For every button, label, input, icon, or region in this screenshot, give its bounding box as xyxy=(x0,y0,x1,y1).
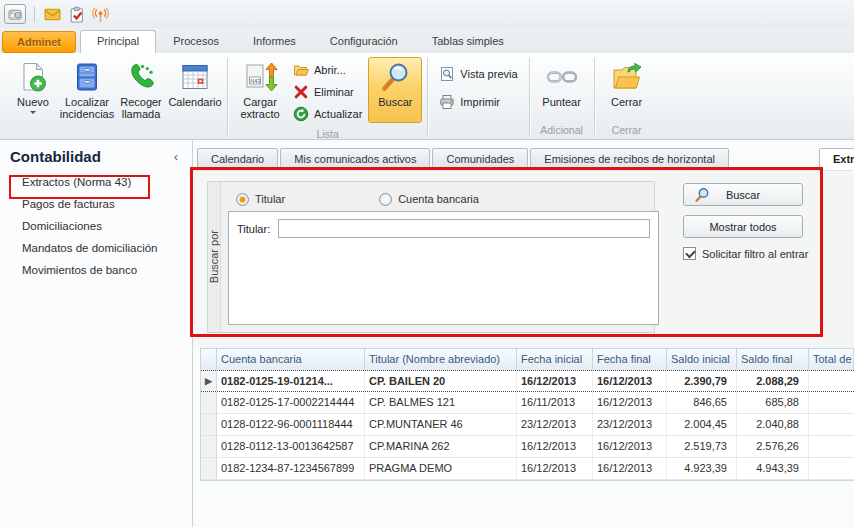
puntear-label: Puntear xyxy=(542,96,581,108)
table-row[interactable]: 0182-0125-17-0002214444 CP. BALMES 121 1… xyxy=(201,392,854,414)
calendario-button[interactable]: Calendario xyxy=(168,57,222,123)
n43-extract-icon: N43 xyxy=(244,61,276,93)
imprimir-label: Imprimir xyxy=(460,96,500,108)
ribbon-tab-principal[interactable]: Principal xyxy=(80,30,156,53)
open-folder-icon xyxy=(293,62,309,78)
cell-fecha-final: 16/12/2013 xyxy=(593,392,667,413)
doc-tab-calendario[interactable]: Calendario xyxy=(197,148,278,170)
cell-cuenta: 0128-0122-96-0001118444 xyxy=(217,414,365,435)
cell-saldo-inicial: 2.519,73 xyxy=(667,436,737,457)
ribbon-tab-tablas-simples[interactable]: Tablas simples xyxy=(415,30,521,53)
col-fecha-inicial[interactable]: Fecha inicial xyxy=(517,349,593,370)
col-total-movimientos[interactable]: Total de mov xyxy=(809,349,854,370)
cell-saldo-final: 2.040,88 xyxy=(737,414,809,435)
search-icon xyxy=(379,61,411,93)
cell-cuenta: 0182-1234-87-1234567899 xyxy=(217,458,365,479)
chain-link-icon xyxy=(546,61,578,93)
solicitar-filtro-label: Solicitar filtro al entrar xyxy=(702,248,808,260)
ribbon-tab-configuracion[interactable]: Configuración xyxy=(313,30,415,53)
cerrar-label: Cerrar xyxy=(611,96,642,108)
cell-total xyxy=(809,371,854,391)
sidebar-item-mandatos[interactable]: Mandatos de domiciliación xyxy=(0,237,192,259)
imprimir-button[interactable]: Imprimir xyxy=(435,93,521,111)
localizar-incidencias-button[interactable]: Localizar incidencias xyxy=(60,57,114,123)
toolbar-separator xyxy=(34,6,35,22)
filter-panel: Buscar por Titular Cuenta bancaria Titul… xyxy=(193,170,854,348)
actualizar-button[interactable]: Actualizar xyxy=(289,105,366,123)
ribbon-tab-informes[interactable]: Informes xyxy=(236,30,313,53)
eliminar-button[interactable]: Eliminar xyxy=(289,83,366,101)
doc-tab-emisiones[interactable]: Emisiones de recibos de horizontal xyxy=(530,148,729,170)
cell-titular: CP.MARINA 262 xyxy=(365,436,517,457)
radio-titular-label: Titular xyxy=(255,193,285,205)
cell-titular: CP. BAILEN 20 xyxy=(365,371,517,391)
group-label-cerrar: Cerrar xyxy=(596,124,658,139)
localizar-label: Localizar incidencias xyxy=(60,96,114,120)
table-row[interactable]: 0128-0112-13-0013642587 CP.MARINA 262 16… xyxy=(201,436,854,458)
abrir-button[interactable]: Abrir... xyxy=(289,61,366,79)
document-tabstrip: Calendario Mis comunicados activos Comun… xyxy=(193,148,854,170)
phone-icon xyxy=(125,61,157,93)
sidebar-collapse-icon[interactable]: ‹ xyxy=(174,149,184,164)
col-cuenta-bancaria[interactable]: Cuenta bancaria xyxy=(217,349,365,370)
doc-tab-comunicados[interactable]: Mis comunicados activos xyxy=(280,148,430,170)
col-fecha-final[interactable]: Fecha final xyxy=(593,349,667,370)
ribbon-group-print: Vista previa Imprimir xyxy=(429,56,527,139)
ribbon-tab-procesos[interactable]: Procesos xyxy=(156,30,236,53)
cell-saldo-inicial: 2.390,79 xyxy=(667,371,737,391)
cerrar-button[interactable]: Cerrar xyxy=(600,57,654,123)
table-header-row: Cuenta bancaria Titular (Nombre abreviad… xyxy=(201,349,854,370)
buscar-button[interactable]: Buscar xyxy=(683,183,803,206)
radio-cuenta-bancaria[interactable] xyxy=(379,193,392,206)
nuevo-button[interactable]: Nuevo xyxy=(6,57,60,123)
solicitar-filtro-checkbox[interactable] xyxy=(683,247,696,260)
col-titular[interactable]: Titular (Nombre abreviado) xyxy=(365,349,517,370)
cell-saldo-final: 2.576,26 xyxy=(737,436,809,457)
recoger-llamada-button[interactable]: Recoger llamada xyxy=(114,57,168,123)
table-row[interactable]: 0182-1234-87-1234567899 PRAGMA DEMO 16/1… xyxy=(201,458,854,480)
puntear-button[interactable]: Puntear xyxy=(535,57,589,123)
col-saldo-inicial[interactable]: Saldo inicial xyxy=(667,349,737,370)
sidebar-title: Contabilidad xyxy=(10,148,174,165)
sidebar-item-pagos[interactable]: Pagos de facturas xyxy=(0,193,192,215)
broadcast-icon[interactable] xyxy=(91,5,109,23)
abrir-label: Abrir... xyxy=(314,64,346,76)
vista-previa-button[interactable]: Vista previa xyxy=(435,65,521,83)
ribbon-group-adicional: Puntear Adicional xyxy=(531,56,593,139)
extractos-table: Cuenta bancaria Titular (Nombre abreviad… xyxy=(200,348,854,481)
sidebar-item-domiciliaciones[interactable]: Domiciliaciones xyxy=(0,215,192,237)
ribbon-separator xyxy=(529,58,530,137)
cell-total xyxy=(809,414,854,435)
cell-fecha-inicial: 16/12/2013 xyxy=(517,436,593,457)
col-saldo-final[interactable]: Saldo final xyxy=(737,349,809,370)
ribbon-group-lista: N43 Cargar extracto Abrir... Eliminar xyxy=(229,56,426,139)
filter-actions: Buscar Mostrar todos Solicitar filtro al… xyxy=(683,181,808,348)
table-row[interactable]: ▶ 0182-0125-19-01214... CP. BAILEN 20 16… xyxy=(201,370,854,392)
cell-fecha-final: 16/12/2013 xyxy=(593,436,667,457)
sidebar: Contabilidad ‹ Extractos (Norma 43) Pago… xyxy=(0,140,193,527)
table-row[interactable]: 0128-0122-96-0001118444 CP.MUNTANER 46 2… xyxy=(201,414,854,436)
mostrar-todos-button[interactable]: Mostrar todos xyxy=(683,215,803,238)
tasks-icon[interactable] xyxy=(67,5,85,23)
cell-saldo-inicial: 4.923,39 xyxy=(667,458,737,479)
buscar-label: Buscar xyxy=(378,96,412,108)
sidebar-item-extractos[interactable]: Extractos (Norma 43) xyxy=(0,171,192,193)
printer-icon xyxy=(439,94,455,110)
mail-icon[interactable] xyxy=(43,5,61,23)
quick-access-toolbar xyxy=(0,0,854,28)
cell-cuenta: 0128-0112-13-0013642587 xyxy=(217,436,365,457)
buscar-ribbon-button[interactable]: Buscar xyxy=(368,57,422,123)
doc-tab-comunidades[interactable]: Comunidades xyxy=(432,148,528,170)
nuevo-label: Nuevo xyxy=(17,96,49,108)
doc-tab-extractos-active[interactable]: Extrac xyxy=(819,148,854,170)
cargar-extracto-button[interactable]: N43 Cargar extracto xyxy=(233,57,287,123)
radio-titular[interactable] xyxy=(236,193,249,206)
sidebar-item-movimientos[interactable]: Movimientos de banco xyxy=(0,259,192,281)
titular-input[interactable] xyxy=(278,219,650,238)
app-window-icon[interactable] xyxy=(4,4,26,24)
cell-fecha-final: 16/12/2013 xyxy=(593,458,667,479)
cell-fecha-inicial: 23/12/2013 xyxy=(517,414,593,435)
cell-cuenta: 0182-0125-17-0002214444 xyxy=(217,392,365,413)
ribbon-separator xyxy=(594,58,595,137)
app-menu-button[interactable]: Adminet xyxy=(2,31,76,53)
